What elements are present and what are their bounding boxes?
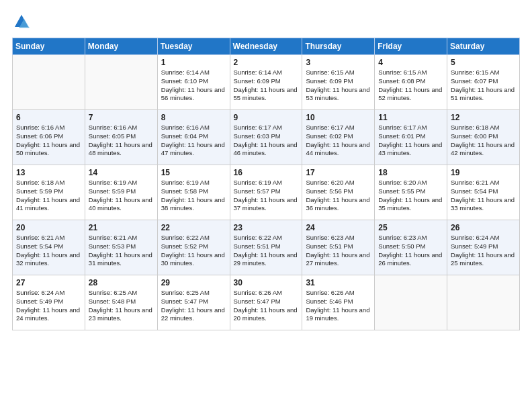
day-detail: Sunrise: 6:21 AM Sunset: 5:54 PM Dayligh… (16, 234, 81, 268)
day-detail: Sunrise: 6:22 AM Sunset: 5:51 PM Dayligh… (234, 234, 299, 268)
day-number: 3 (306, 58, 371, 67)
day-detail: Sunrise: 6:22 AM Sunset: 5:52 PM Dayligh… (161, 234, 226, 268)
day-number: 15 (161, 168, 226, 177)
calendar-cell: 14Sunrise: 6:19 AM Sunset: 5:59 PM Dayli… (85, 165, 157, 220)
day-detail: Sunrise: 6:26 AM Sunset: 5:46 PM Dayligh… (306, 289, 371, 323)
calendar-table: SundayMondayTuesdayWednesdayThursdayFrid… (12, 38, 520, 330)
day-number: 2 (234, 58, 299, 67)
day-number: 13 (16, 168, 81, 177)
calendar-cell: 8Sunrise: 6:16 AM Sunset: 6:04 PM Daylig… (157, 110, 230, 165)
day-detail: Sunrise: 6:14 AM Sunset: 6:09 PM Dayligh… (234, 68, 299, 103)
day-number: 8 (161, 113, 226, 122)
day-number: 24 (306, 223, 371, 232)
calendar-cell: 12Sunrise: 6:18 AM Sunset: 6:00 PM Dayli… (447, 110, 520, 165)
calendar-cell: 20Sunrise: 6:21 AM Sunset: 5:54 PM Dayli… (13, 220, 85, 275)
calendar-cell: 19Sunrise: 6:21 AM Sunset: 5:54 PM Dayli… (447, 165, 520, 220)
day-number: 17 (306, 168, 371, 177)
day-number: 18 (378, 168, 443, 177)
day-detail: Sunrise: 6:19 AM Sunset: 5:59 PM Dayligh… (89, 179, 154, 213)
calendar-cell: 1Sunrise: 6:14 AM Sunset: 6:10 PM Daylig… (157, 55, 230, 110)
day-number: 9 (234, 113, 299, 122)
day-detail: Sunrise: 6:21 AM Sunset: 5:53 PM Dayligh… (89, 234, 154, 268)
calendar-week-1: 1Sunrise: 6:14 AM Sunset: 6:10 PM Daylig… (13, 55, 520, 110)
day-number: 10 (306, 113, 371, 122)
day-detail: Sunrise: 6:18 AM Sunset: 6:00 PM Dayligh… (451, 124, 516, 158)
day-detail: Sunrise: 6:17 AM Sunset: 6:02 PM Dayligh… (306, 124, 371, 158)
day-number: 25 (378, 223, 443, 232)
day-detail: Sunrise: 6:23 AM Sunset: 5:51 PM Dayligh… (306, 234, 371, 268)
day-detail: Sunrise: 6:17 AM Sunset: 6:03 PM Dayligh… (234, 124, 299, 158)
calendar-cell: 17Sunrise: 6:20 AM Sunset: 5:56 PM Dayli… (302, 165, 375, 220)
calendar-cell: 26Sunrise: 6:24 AM Sunset: 5:49 PM Dayli… (447, 220, 520, 275)
day-detail: Sunrise: 6:25 AM Sunset: 5:47 PM Dayligh… (161, 289, 226, 323)
day-detail: Sunrise: 6:21 AM Sunset: 5:54 PM Dayligh… (451, 179, 516, 213)
calendar-cell: 24Sunrise: 6:23 AM Sunset: 5:51 PM Dayli… (302, 220, 375, 275)
calendar-cell: 27Sunrise: 6:24 AM Sunset: 5:49 PM Dayli… (13, 275, 85, 330)
col-header-thursday: Thursday (302, 38, 375, 55)
col-header-sunday: Sunday (13, 38, 85, 55)
calendar-cell: 3Sunrise: 6:15 AM Sunset: 6:09 PM Daylig… (302, 55, 375, 110)
calendar-cell: 30Sunrise: 6:26 AM Sunset: 5:47 PM Dayli… (230, 275, 302, 330)
day-number: 31 (306, 278, 371, 287)
calendar-week-4: 20Sunrise: 6:21 AM Sunset: 5:54 PM Dayli… (13, 220, 520, 275)
calendar-cell (447, 275, 520, 330)
calendar-cell: 18Sunrise: 6:20 AM Sunset: 5:55 PM Dayli… (375, 165, 447, 220)
day-detail: Sunrise: 6:17 AM Sunset: 6:01 PM Dayligh… (378, 124, 443, 158)
calendar-cell: 13Sunrise: 6:18 AM Sunset: 5:59 PM Dayli… (13, 165, 85, 220)
day-detail: Sunrise: 6:20 AM Sunset: 5:56 PM Dayligh… (306, 179, 371, 213)
day-number: 6 (16, 113, 81, 122)
day-number: 16 (234, 168, 299, 177)
day-detail: Sunrise: 6:24 AM Sunset: 5:49 PM Dayligh… (451, 234, 516, 268)
calendar-cell: 2Sunrise: 6:14 AM Sunset: 6:09 PM Daylig… (230, 55, 302, 110)
day-number: 26 (451, 223, 516, 232)
page: SundayMondayTuesdayWednesdayThursdayFrid… (0, 0, 532, 411)
calendar-cell: 23Sunrise: 6:22 AM Sunset: 5:51 PM Dayli… (230, 220, 302, 275)
day-number: 30 (234, 278, 299, 287)
day-detail: Sunrise: 6:18 AM Sunset: 5:59 PM Dayligh… (16, 179, 81, 213)
calendar-cell: 11Sunrise: 6:17 AM Sunset: 6:01 PM Dayli… (375, 110, 447, 165)
day-number: 7 (89, 113, 154, 122)
calendar-cell (13, 55, 85, 110)
day-number: 1 (161, 58, 226, 67)
calendar-cell: 7Sunrise: 6:16 AM Sunset: 6:05 PM Daylig… (85, 110, 157, 165)
day-number: 19 (451, 168, 516, 177)
calendar-cell: 31Sunrise: 6:26 AM Sunset: 5:46 PM Dayli… (302, 275, 375, 330)
calendar-cell: 5Sunrise: 6:15 AM Sunset: 6:07 PM Daylig… (447, 55, 520, 110)
header (12, 12, 520, 31)
day-number: 27 (16, 278, 81, 287)
day-number: 21 (89, 223, 154, 232)
day-detail: Sunrise: 6:16 AM Sunset: 6:06 PM Dayligh… (16, 124, 81, 158)
col-header-wednesday: Wednesday (230, 38, 302, 55)
calendar-week-5: 27Sunrise: 6:24 AM Sunset: 5:49 PM Dayli… (13, 275, 520, 330)
col-header-friday: Friday (375, 38, 447, 55)
calendar-cell: 9Sunrise: 6:17 AM Sunset: 6:03 PM Daylig… (230, 110, 302, 165)
col-header-tuesday: Tuesday (157, 38, 230, 55)
calendar-cell: 10Sunrise: 6:17 AM Sunset: 6:02 PM Dayli… (302, 110, 375, 165)
logo (12, 12, 34, 31)
day-detail: Sunrise: 6:24 AM Sunset: 5:49 PM Dayligh… (16, 289, 81, 323)
day-number: 12 (451, 113, 516, 122)
calendar-week-3: 13Sunrise: 6:18 AM Sunset: 5:59 PM Dayli… (13, 165, 520, 220)
calendar-cell: 21Sunrise: 6:21 AM Sunset: 5:53 PM Dayli… (85, 220, 157, 275)
logo-icon (12, 12, 31, 31)
day-detail: Sunrise: 6:23 AM Sunset: 5:50 PM Dayligh… (378, 234, 443, 268)
day-detail: Sunrise: 6:15 AM Sunset: 6:07 PM Dayligh… (451, 68, 516, 103)
day-detail: Sunrise: 6:25 AM Sunset: 5:48 PM Dayligh… (89, 289, 154, 323)
day-detail: Sunrise: 6:16 AM Sunset: 6:04 PM Dayligh… (161, 124, 226, 158)
day-number: 22 (161, 223, 226, 232)
day-number: 28 (89, 278, 154, 287)
day-detail: Sunrise: 6:19 AM Sunset: 5:58 PM Dayligh… (161, 179, 226, 213)
calendar-week-2: 6Sunrise: 6:16 AM Sunset: 6:06 PM Daylig… (13, 110, 520, 165)
calendar-cell: 25Sunrise: 6:23 AM Sunset: 5:50 PM Dayli… (375, 220, 447, 275)
day-detail: Sunrise: 6:20 AM Sunset: 5:55 PM Dayligh… (378, 179, 443, 213)
col-header-monday: Monday (85, 38, 157, 55)
calendar-cell (85, 55, 157, 110)
day-number: 4 (378, 58, 443, 67)
day-detail: Sunrise: 6:15 AM Sunset: 6:09 PM Dayligh… (306, 68, 371, 103)
col-header-saturday: Saturday (447, 38, 520, 55)
day-detail: Sunrise: 6:26 AM Sunset: 5:47 PM Dayligh… (234, 289, 299, 323)
calendar-cell: 15Sunrise: 6:19 AM Sunset: 5:58 PM Dayli… (157, 165, 230, 220)
day-number: 29 (161, 278, 226, 287)
day-number: 11 (378, 113, 443, 122)
day-detail: Sunrise: 6:15 AM Sunset: 6:08 PM Dayligh… (378, 68, 443, 103)
